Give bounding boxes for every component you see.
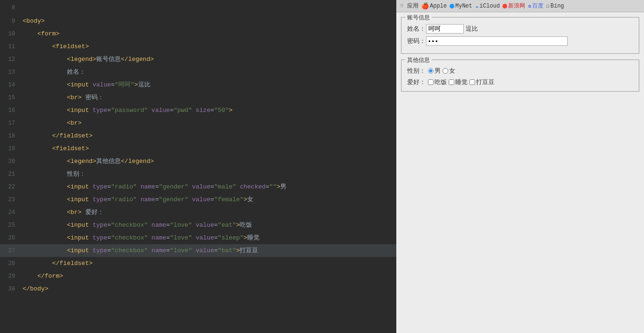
line-number-10: 10 [0, 28, 23, 41]
line-content-22: <input type="radio" name="gender" value=… [23, 180, 396, 193]
line-content-25: <input type="checkbox" name="love" value… [23, 219, 396, 231]
mynet-icon [450, 4, 454, 9]
fieldset-account-legend: 账号信息 [405, 14, 432, 22]
toolbar-dots-icon: ⠿ [400, 3, 403, 9]
line-number-22: 22 [0, 181, 23, 194]
browser-toolbar: ⠿ 应用 🍎 Apple MyNet ☁ iCloud 新浪网 ✿ 百度 ☐ B… [396, 0, 644, 12]
line-number-12: 12 [0, 53, 23, 66]
sina-icon [502, 4, 507, 9]
line-number-28: 28 [0, 257, 23, 270]
gender-label: 性别： [407, 67, 426, 75]
checkbox-eat[interactable] [428, 79, 434, 85]
checkbox-eat-item: 吃饭 [428, 78, 447, 86]
line-number-20: 20 [0, 155, 23, 168]
female-label: 女 [449, 67, 455, 75]
line-number-27: 27 [0, 245, 23, 257]
line-content-21: 性别： [23, 168, 396, 180]
checkbox-sleep-item: 睡觉 [449, 78, 468, 86]
line-content-13: 姓名： [23, 66, 396, 78]
line-number-17: 17 [0, 117, 23, 130]
line-content-10: <form> [23, 27, 396, 40]
checkbox-bat[interactable] [469, 79, 475, 85]
line-number-15: 15 [0, 92, 23, 104]
line-number-23: 23 [0, 194, 23, 206]
bing-label: Bing [551, 3, 564, 9]
toolbar-icloud[interactable]: ☁ iCloud [475, 2, 500, 9]
sina-label: 新浪网 [508, 2, 525, 10]
password-label: 密码： [407, 37, 426, 45]
apple-icon: 🍎 [421, 2, 429, 10]
apple-label: Apple [430, 3, 447, 9]
toolbar-apps[interactable]: 应用 [407, 2, 418, 10]
hobby-row: 爱好： 吃饭 睡觉 打豆豆 [407, 78, 633, 86]
line-content-12: <legend>账号信息</legend> [23, 53, 396, 66]
rendered-form: 账号信息 姓名： 逗比 密码： 其他信息 性别： 男 [401, 17, 639, 92]
radio-female-item: 女 [443, 67, 455, 75]
line-number-13: 13 [0, 66, 23, 79]
line-content-29: </form> [23, 270, 396, 282]
line-number-9: 9 [0, 15, 23, 28]
line-number-14: 14 [0, 79, 23, 92]
browser-content: 账号信息 姓名： 逗比 密码： 其他信息 性别： 男 [396, 12, 644, 333]
line-content-20: <legend>其他信息</legend> [23, 155, 396, 168]
name-label: 姓名： [407, 25, 426, 33]
fieldset-other-legend: 其他信息 [405, 56, 432, 64]
checkbox-bat-item: 打豆豆 [469, 78, 494, 86]
fieldset-other: 其他信息 性别： 男 女 爱好： 吃饭 [401, 60, 639, 92]
line-content-23: <input type="radio" name="gender" value=… [23, 193, 396, 206]
bing-checkbox-icon: ☐ [546, 3, 550, 9]
toolbar-bing[interactable]: ☐ Bing [546, 3, 564, 9]
code-editor: 89<body>10 <form>11 <fieldset>12 <legend… [0, 0, 396, 333]
toolbar-apple[interactable]: 🍎 Apple [421, 2, 447, 10]
name-row: 姓名： 逗比 [407, 24, 633, 34]
line-number-29: 29 [0, 270, 23, 283]
line-content-30: </body> [23, 282, 396, 295]
line-content-16: <input type="password" value="pwd" size=… [23, 104, 396, 117]
bat-label: 打豆豆 [476, 78, 494, 86]
line-content-19: <fieldset> [23, 142, 396, 155]
line-number-26: 26 [0, 232, 23, 245]
sleep-label: 睡觉 [455, 78, 468, 86]
icloud-label: iCloud [479, 3, 500, 9]
icloud-icon: ☁ [475, 2, 478, 9]
line-content-17: <br> [23, 117, 396, 129]
toolbar-baidu[interactable]: ✿ 百度 [528, 2, 544, 10]
line-number-16: 16 [0, 104, 23, 117]
line-content-24: <br> 爱好： [23, 206, 396, 219]
password-row: 密码： [407, 36, 633, 46]
eat-label: 吃饭 [435, 78, 447, 86]
toolbar-sina[interactable]: 新浪网 [502, 2, 525, 10]
toolbar-mynet[interactable]: MyNet [450, 3, 472, 9]
line-number-11: 11 [0, 41, 23, 53]
line-content-27: <input type="checkbox" name="love" value… [23, 244, 396, 257]
line-number-24: 24 [0, 206, 23, 219]
name-suffix: 逗比 [466, 25, 478, 33]
radio-female[interactable] [443, 68, 448, 74]
line-number-19: 19 [0, 143, 23, 155]
line-content-18: </fieldset> [23, 129, 396, 142]
line-number-25: 25 [0, 219, 23, 232]
hobby-label: 爱好： [407, 78, 426, 86]
radio-male[interactable] [428, 68, 434, 74]
mynet-label: MyNet [455, 3, 472, 9]
line-number-8: 8 [0, 2, 23, 15]
line-content-26: <input type="checkbox" name="love" value… [23, 231, 396, 244]
baidu-icon: ✿ [528, 3, 531, 9]
line-content-14: <input value="呵呵">逗比 [23, 78, 396, 91]
name-input[interactable] [426, 24, 464, 34]
line-number-21: 21 [0, 168, 23, 181]
checkbox-sleep[interactable] [449, 79, 454, 85]
baidu-label: 百度 [532, 2, 544, 10]
male-label: 男 [435, 67, 441, 75]
line-content-11: <fieldset> [23, 40, 396, 53]
line-content-15: <br> 密码： [23, 91, 396, 104]
fieldset-account: 账号信息 姓名： 逗比 密码： [401, 17, 639, 54]
line-content-28: </fieldset> [23, 257, 396, 270]
line-number-18: 18 [0, 130, 23, 143]
browser-panel: ⠿ 应用 🍎 Apple MyNet ☁ iCloud 新浪网 ✿ 百度 ☐ B… [396, 0, 644, 333]
line-content-9: <body> [23, 15, 396, 27]
line-number-30: 30 [0, 283, 23, 296]
password-input[interactable] [426, 36, 568, 46]
gender-row: 性别： 男 女 [407, 67, 633, 75]
apps-label: 应用 [407, 2, 418, 10]
